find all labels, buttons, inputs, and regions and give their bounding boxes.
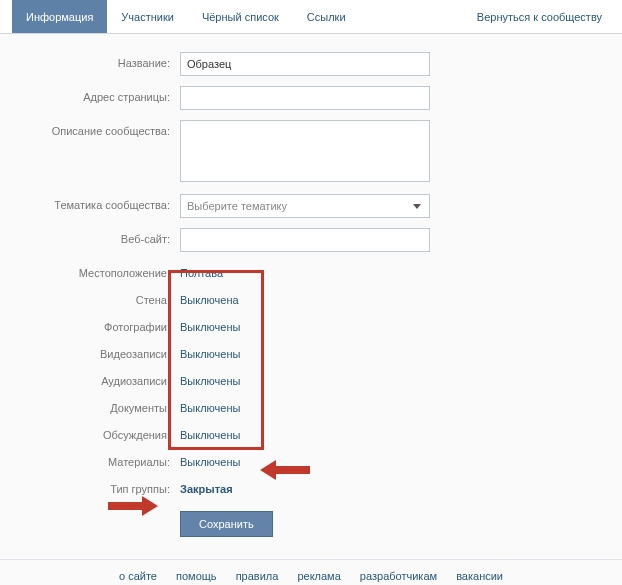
discussions-value[interactable]: Выключены xyxy=(180,424,240,441)
label-photos: Фотографии: xyxy=(20,316,180,333)
topic-select-value: Выберите тематику xyxy=(187,200,287,212)
label-videos: Видеозаписи: xyxy=(20,343,180,360)
label-location: Местоположение: xyxy=(20,262,180,279)
save-button[interactable]: Сохранить xyxy=(180,511,273,537)
label-wall: Стена: xyxy=(20,289,180,306)
label-topic: Тематика сообщества: xyxy=(20,194,180,211)
label-materials: Материалы: xyxy=(20,451,180,468)
label-grouptype: Тип группы: xyxy=(20,478,180,495)
label-website: Веб-сайт: xyxy=(20,228,180,245)
tab-info[interactable]: Информация xyxy=(12,0,107,33)
label-spacer xyxy=(20,505,180,510)
wall-value[interactable]: Выключена xyxy=(180,289,239,306)
docs-value[interactable]: Выключены xyxy=(180,397,240,414)
name-input[interactable] xyxy=(180,52,430,76)
tabs-bar: Информация Участники Чёрный список Ссылк… xyxy=(0,0,622,34)
website-input[interactable] xyxy=(180,228,430,252)
tab-blacklist[interactable]: Чёрный список xyxy=(188,0,293,33)
tab-members[interactable]: Участники xyxy=(107,0,188,33)
materials-value[interactable]: Выключены xyxy=(180,451,240,468)
footer-help[interactable]: помощь xyxy=(176,570,217,582)
label-docs: Документы: xyxy=(20,397,180,414)
footer-about[interactable]: о сайте xyxy=(119,570,157,582)
label-address: Адрес страницы: xyxy=(20,86,180,103)
audios-value[interactable]: Выключены xyxy=(180,370,240,387)
footer-rules[interactable]: правила xyxy=(236,570,279,582)
location-value[interactable]: Полтава xyxy=(180,262,223,279)
grouptype-value[interactable]: Закрытая xyxy=(180,478,233,495)
topic-select[interactable]: Выберите тематику xyxy=(180,194,430,218)
footer-links: о сайте помощь правила реклама разработч… xyxy=(0,570,622,582)
footer-jobs[interactable]: вакансии xyxy=(456,570,503,582)
address-input[interactable] xyxy=(180,86,430,110)
photos-value[interactable]: Выключены xyxy=(180,316,240,333)
videos-value[interactable]: Выключены xyxy=(180,343,240,360)
settings-form: Название: Адрес страницы: Описание сообщ… xyxy=(0,34,622,559)
tab-links[interactable]: Ссылки xyxy=(293,0,360,33)
label-name: Название: xyxy=(20,52,180,69)
footer-devs[interactable]: разработчикам xyxy=(360,570,437,582)
footer: о сайте помощь правила реклама разработч… xyxy=(0,559,622,585)
footer-ads[interactable]: реклама xyxy=(297,570,340,582)
description-textarea[interactable] xyxy=(180,120,430,182)
label-audios: Аудиозаписи: xyxy=(20,370,180,387)
tab-back[interactable]: Вернуться к сообществу xyxy=(463,0,616,33)
label-description: Описание сообщества: xyxy=(20,120,180,137)
label-discussions: Обсуждения: xyxy=(20,424,180,441)
